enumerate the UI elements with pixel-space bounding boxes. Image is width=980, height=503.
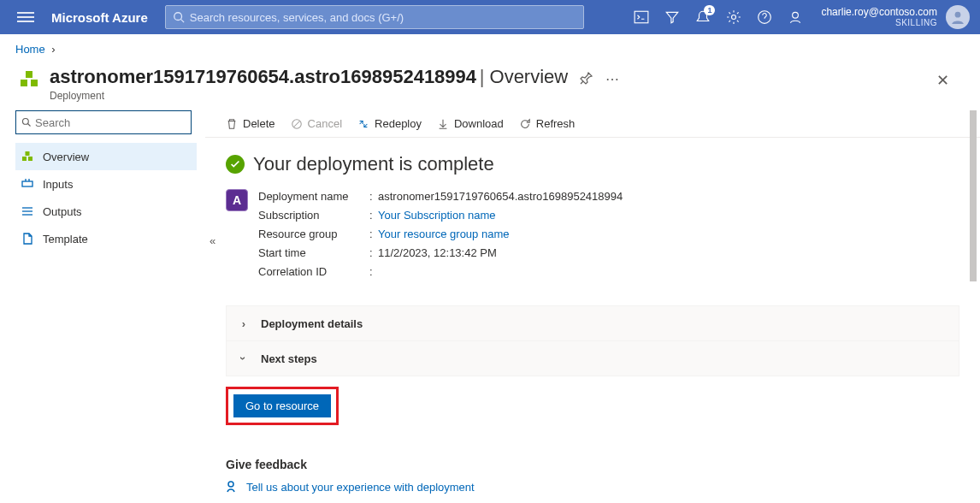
- help-icon[interactable]: [751, 3, 778, 31]
- svg-point-0: [174, 13, 182, 21]
- sidebar-item-label: Template: [43, 233, 88, 246]
- top-shortcuts: 1: [628, 3, 809, 31]
- search-icon: [173, 11, 185, 23]
- svg-point-21: [228, 482, 233, 487]
- svg-rect-13: [28, 157, 32, 161]
- template-icon: [21, 232, 34, 246]
- deployment-status-title: Your deployment is complete: [253, 153, 494, 175]
- redeploy-icon: [357, 118, 369, 130]
- svg-point-6: [955, 12, 961, 18]
- sidebar-item-template[interactable]: Template: [15, 225, 197, 252]
- svg-rect-8: [31, 80, 38, 86]
- go-to-resource-button[interactable]: Go to resource: [233, 394, 331, 417]
- global-search-input[interactable]: [190, 11, 576, 24]
- svg-rect-14: [26, 151, 30, 156]
- next-steps-section[interactable]: › Next steps: [226, 341, 959, 376]
- resource-title: astronomer1591719760654.astro16989524189…: [50, 66, 476, 87]
- chevron-down-icon: ›: [239, 353, 249, 364]
- feedback-icon[interactable]: [782, 3, 809, 31]
- svg-rect-12: [22, 157, 27, 161]
- hamburger-icon[interactable]: [17, 9, 34, 26]
- user-tenant: SKILLING: [821, 18, 937, 27]
- sidebar-item-inputs[interactable]: Inputs: [15, 170, 197, 198]
- notification-badge: 1: [704, 5, 715, 15]
- svg-rect-9: [26, 71, 32, 78]
- highlight-box: Go to resource: [226, 387, 339, 425]
- feedback-heading: Give feedback: [226, 458, 959, 471]
- start-time-value: 11/2/2023, 12:13:42 PM: [378, 244, 497, 263]
- notifications-icon[interactable]: 1: [689, 3, 717, 31]
- resource-type-icon: [15, 66, 43, 93]
- resource-type-label: Deployment: [50, 90, 568, 102]
- download-button[interactable]: Download: [437, 117, 504, 130]
- search-icon: [21, 117, 32, 127]
- chevron-right-icon: ›: [239, 318, 249, 328]
- settings-icon[interactable]: [720, 3, 747, 31]
- cancel-button: Cancel: [291, 117, 342, 130]
- output-icon: [21, 204, 34, 218]
- svg-rect-2: [635, 11, 649, 23]
- trash-icon: [226, 118, 238, 130]
- resource-group-link[interactable]: Your resource group name: [378, 225, 509, 244]
- sidebar: « Overview Inputs Outputs Template: [0, 110, 205, 502]
- breadcrumb: Home ›: [0, 34, 980, 59]
- download-icon: [437, 118, 449, 130]
- close-icon[interactable]: ✕: [936, 71, 949, 90]
- provider-icon: A: [226, 189, 248, 211]
- sidebar-item-label: Overview: [43, 151, 89, 163]
- sidebar-search-input[interactable]: [35, 116, 186, 129]
- sidebar-item-overview[interactable]: Overview: [15, 143, 197, 170]
- deployment-details: Deployment name:astronomer1591719760654.…: [258, 187, 623, 281]
- deployment-name-value: astronomer1591719760654.astro16989524189…: [378, 187, 623, 206]
- global-search[interactable]: [165, 5, 584, 29]
- scrollbar[interactable]: [970, 110, 977, 502]
- more-icon[interactable]: ⋯: [605, 71, 619, 87]
- breadcrumb-home[interactable]: Home: [15, 43, 45, 56]
- chevron-right-icon: ›: [51, 43, 55, 56]
- svg-line-11: [28, 124, 31, 127]
- sidebar-item-label: Outputs: [43, 205, 82, 218]
- user-account[interactable]: charlie.roy@contoso.com SKILLING: [821, 7, 937, 27]
- user-email: charlie.roy@contoso.com: [821, 7, 937, 18]
- filter-icon[interactable]: [658, 3, 686, 31]
- avatar[interactable]: [946, 5, 970, 29]
- cubes-icon: [21, 150, 34, 163]
- delete-button[interactable]: Delete: [226, 117, 275, 130]
- pin-icon[interactable]: [580, 71, 593, 88]
- input-icon: [21, 177, 34, 191]
- svg-rect-15: [22, 181, 32, 186]
- svg-point-3: [732, 15, 736, 20]
- sidebar-item-label: Inputs: [43, 178, 73, 191]
- refresh-button[interactable]: Refresh: [519, 117, 576, 130]
- svg-point-10: [23, 119, 29, 125]
- svg-line-1: [180, 20, 184, 23]
- subscription-link[interactable]: Your Subscription name: [378, 206, 496, 225]
- svg-point-5: [793, 12, 799, 18]
- brand-label: Microsoft Azure: [51, 10, 148, 25]
- redeploy-button[interactable]: Redeploy: [357, 117, 422, 130]
- feedback-link[interactable]: Tell us about your experience with deplo…: [226, 480, 959, 494]
- resource-section: Overview: [490, 66, 569, 87]
- svg-line-20: [293, 121, 299, 127]
- sidebar-item-outputs[interactable]: Outputs: [15, 198, 197, 225]
- success-icon: [226, 155, 245, 174]
- svg-rect-7: [21, 80, 27, 86]
- megaphone-icon: [226, 480, 239, 494]
- top-bar: Microsoft Azure 1 charlie.roy@contoso.co…: [0, 0, 980, 34]
- resource-header: astronomer1591719760654.astro16989524189…: [0, 59, 980, 110]
- deployment-details-section[interactable]: › Deployment details: [226, 305, 959, 341]
- refresh-icon: [519, 118, 531, 130]
- command-bar: Delete Cancel Redeploy Download Refresh: [205, 110, 980, 138]
- cancel-icon: [291, 118, 303, 130]
- main-content: Delete Cancel Redeploy Download Refresh: [205, 110, 980, 502]
- cloud-shell-icon[interactable]: [628, 3, 655, 31]
- sidebar-search[interactable]: [15, 110, 192, 134]
